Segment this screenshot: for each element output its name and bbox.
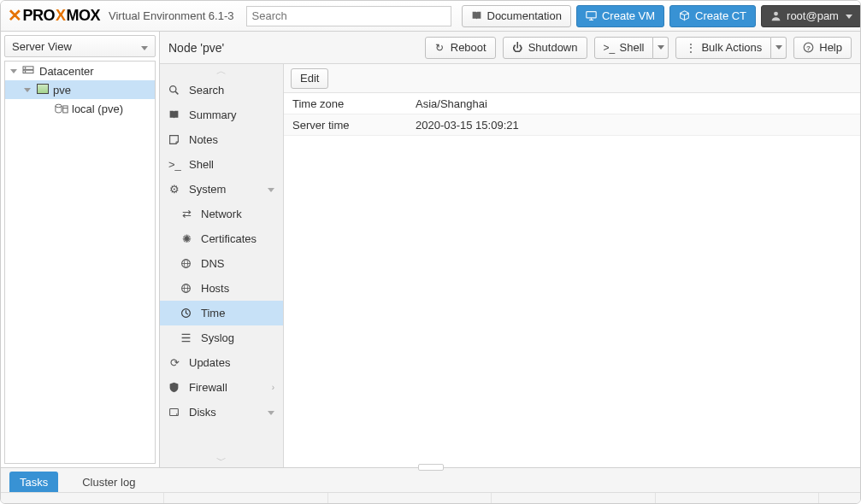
nav-time[interactable]: Time [160, 301, 283, 325]
tree-node-pve[interactable]: pve [5, 80, 155, 99]
nav-disks-label: Disks [189, 406, 216, 419]
nav-firewall[interactable]: Firewall› [160, 375, 283, 400]
bulk-actions-dropdown-trigger[interactable] [771, 37, 787, 59]
sticky-note-icon [168, 134, 180, 145]
logo-x-icon: ✕ [8, 5, 22, 26]
clock-icon [180, 308, 192, 319]
svg-point-1 [774, 12, 778, 16]
logo-text-1: PRO [23, 7, 56, 25]
user-menu-button[interactable]: root@pam [761, 5, 861, 27]
monitor-icon [586, 10, 597, 21]
nav-notes-label: Notes [189, 133, 218, 146]
collapse-icon[interactable] [24, 85, 32, 94]
time-grid: Time zone Asia/Shanghai Server time 2020… [284, 93, 860, 467]
nav-network-label: Network [201, 208, 242, 220]
nav-syslog[interactable]: Syslog [160, 325, 283, 350]
nav-scroll-up[interactable]: ︿ [160, 64, 283, 78]
search-icon [168, 85, 180, 96]
tree-storage-local[interactable]: local (pve) [5, 99, 155, 118]
chevron-right-icon: › [272, 383, 274, 392]
list-icon [180, 332, 192, 343]
nav-summary[interactable]: Summary [160, 103, 283, 127]
nav-scroll-down[interactable]: ﹀ [160, 454, 283, 467]
collapse-icon[interactable] [10, 67, 19, 75]
node-title: Node 'pve' [168, 41, 224, 55]
cube-icon [679, 10, 690, 21]
nav-updates-label: Updates [189, 356, 230, 369]
tab-tasks-label: Tasks [20, 476, 48, 489]
shell-dropdown-trigger[interactable] [653, 37, 669, 59]
nav-search-label: Search [189, 84, 224, 97]
help-button[interactable]: ? Help [793, 37, 852, 59]
grid-row-timezone[interactable]: Time zone Asia/Shanghai [284, 93, 860, 114]
bulk-actions-button[interactable]: ⋮ Bulk Actions [675, 37, 771, 59]
nav-dns[interactable]: DNS [160, 251, 283, 276]
reboot-button[interactable]: ↻ Reboot [425, 37, 496, 59]
terminal-icon: >_ [168, 158, 180, 171]
svg-point-11 [170, 86, 176, 92]
documentation-button[interactable]: Documentation [462, 5, 571, 27]
nav-syslog-label: Syslog [201, 331, 234, 344]
help-icon: ? [803, 42, 814, 53]
node-header: Node 'pve' ↻ Reboot ⏻ Shutdown >_ Shell … [160, 32, 860, 64]
nav-system-label: System [189, 183, 226, 196]
nav-shell-label: Shell [189, 158, 214, 171]
timezone-key: Time zone [284, 97, 412, 110]
tree-datacenter[interactable]: Datacenter [5, 62, 155, 80]
content-toolbar: Edit [284, 64, 860, 93]
log-resize-handle[interactable] [418, 464, 444, 471]
hdd-icon [168, 407, 180, 418]
top-header: ✕ PROXMOX Virtual Environment 6.1-3 Docu… [1, 1, 860, 32]
refresh-icon: ⟳ [168, 356, 180, 369]
view-selector-label: Server View [12, 40, 72, 53]
search-input[interactable] [246, 6, 451, 26]
tab-cluster-log[interactable]: Cluster log [72, 472, 145, 492]
nav-disks[interactable]: Disks [160, 400, 283, 425]
svg-point-4 [25, 67, 27, 69]
documentation-label: Documentation [487, 9, 562, 22]
edit-button[interactable]: Edit [291, 68, 328, 89]
bulk-actions-splitbutton[interactable]: ⋮ Bulk Actions [675, 37, 787, 59]
shutdown-label: Shutdown [528, 41, 578, 54]
view-selector[interactable]: Server View [4, 35, 156, 57]
nav-hosts[interactable]: Hosts [160, 276, 283, 301]
timezone-value: Asia/Shanghai [412, 97, 487, 110]
nav-updates[interactable]: ⟳Updates [160, 350, 283, 375]
create-vm-button[interactable]: Create VM [576, 5, 664, 27]
svg-rect-7 [63, 105, 68, 112]
create-ct-button[interactable]: Create CT [669, 5, 756, 27]
grid-row-servertime[interactable]: Server time 2020-03-15 15:09:21 [284, 114, 860, 136]
nav-certificates-label: Certificates [201, 232, 257, 245]
shield-icon [168, 382, 180, 393]
nav-shell[interactable]: >_Shell [160, 152, 283, 177]
shell-label: Shell [620, 41, 645, 54]
edit-label: Edit [300, 72, 319, 85]
ellipsis-v-icon: ⋮ [685, 42, 696, 54]
bottom-log-panel: Tasks Cluster log [1, 467, 860, 503]
chevron-down-icon [268, 407, 274, 417]
shell-splitbutton[interactable]: >_ Shell [594, 37, 669, 59]
tab-tasks[interactable]: Tasks [9, 472, 58, 492]
reboot-label: Reboot [451, 41, 487, 54]
nav-notes[interactable]: Notes [160, 127, 283, 152]
chevron-down-icon [141, 40, 148, 53]
svg-point-6 [56, 104, 62, 108]
nav-certificates[interactable]: ✺Certificates [160, 226, 283, 251]
nav-network[interactable]: ⇄Network [160, 202, 283, 226]
nav-system[interactable]: ⚙System [160, 177, 283, 202]
book-icon [471, 10, 482, 21]
create-ct-label: Create CT [695, 9, 746, 22]
nav-hosts-label: Hosts [201, 282, 229, 295]
nav-search[interactable]: Search [160, 78, 283, 103]
nav-time-label: Time [201, 307, 225, 319]
proxmox-logo: ✕ PROXMOX [8, 6, 100, 26]
svg-point-5 [25, 71, 27, 73]
log-tabs: Tasks Cluster log [1, 468, 860, 492]
shutdown-button[interactable]: ⏻ Shutdown [503, 37, 587, 59]
shell-button[interactable]: >_ Shell [594, 37, 654, 59]
tab-cluster-log-label: Cluster log [82, 476, 135, 489]
svg-point-21 [176, 413, 178, 415]
chevron-down-icon [846, 12, 852, 21]
user-label: root@pam [787, 9, 839, 22]
certificate-icon: ✺ [180, 232, 192, 245]
